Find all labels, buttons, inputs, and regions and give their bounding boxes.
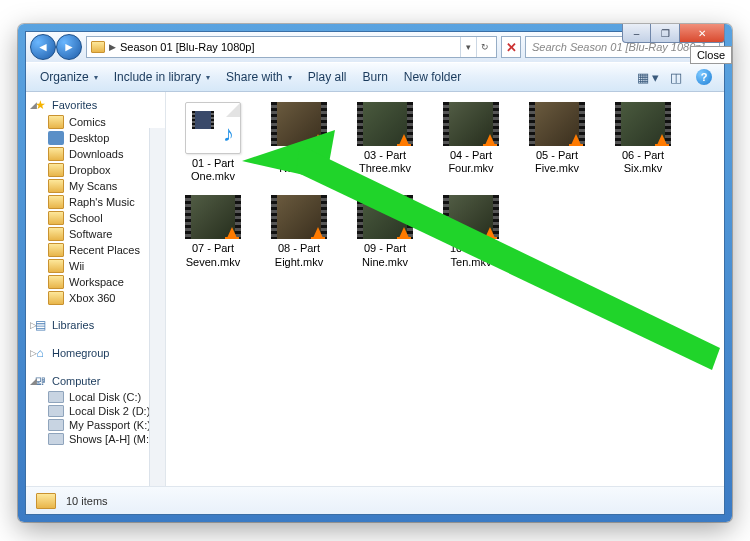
drive-icon xyxy=(48,405,64,417)
file-item[interactable]: 08 - Part Eight.mkv xyxy=(266,195,332,268)
sidebar-item-label: Workspace xyxy=(69,276,124,288)
video-thumbnail xyxy=(443,195,499,239)
chevron-right-icon: ▶ xyxy=(109,42,116,52)
sidebar-drive[interactable]: My Passport (K:) xyxy=(26,418,165,432)
sidebar-item[interactable]: My Scans xyxy=(26,178,165,194)
folder-icon xyxy=(48,195,64,209)
file-name: 05 - Part Five.mkv xyxy=(524,149,590,175)
breadcrumb-dropdown[interactable]: ▾ xyxy=(460,37,476,57)
file-item[interactable]: 03 - Part Three.mkv xyxy=(352,102,418,183)
burn-button[interactable]: Burn xyxy=(356,67,393,87)
preview-pane-button[interactable]: ◫ xyxy=(664,66,688,88)
file-item[interactable]: 09 - Part Nine.mkv xyxy=(352,195,418,268)
new-folder-button[interactable]: New folder xyxy=(398,67,467,87)
video-thumbnail xyxy=(529,102,585,146)
computer-header[interactable]: ◢ 🖳 Computer xyxy=(26,372,165,390)
sidebar-item-label: Wii xyxy=(69,260,84,272)
window-controls: – ❐ ✕ xyxy=(622,24,725,43)
sidebar-item[interactable]: Raph's Music xyxy=(26,194,165,210)
sidebar-item-label: Downloads xyxy=(69,148,123,160)
folder-icon xyxy=(36,493,56,509)
video-thumbnail xyxy=(357,195,413,239)
file-name: 07 - Part Seven.mkv xyxy=(180,242,246,268)
refresh-button[interactable]: ↻ xyxy=(476,37,492,57)
video-thumbnail xyxy=(271,195,327,239)
favorites-label: Favorites xyxy=(52,99,97,111)
sidebar-item[interactable]: Desktop xyxy=(26,130,165,146)
sidebar-item-label: Comics xyxy=(69,116,106,128)
minimize-button[interactable]: – xyxy=(622,24,651,43)
disclosure-icon: ◢ xyxy=(30,376,37,386)
folder-icon xyxy=(48,227,64,241)
sidebar-item-label: Desktop xyxy=(69,132,109,144)
folder-icon xyxy=(48,259,64,273)
sidebar-item[interactable]: Xbox 360 xyxy=(26,290,165,306)
sidebar-item[interactable]: Wii xyxy=(26,258,165,274)
homegroup-label: Homegroup xyxy=(52,347,109,359)
folder-icon xyxy=(48,179,64,193)
folder-icon xyxy=(48,163,64,177)
sidebar-item-label: School xyxy=(69,212,103,224)
sidebar-item[interactable]: Recent Places xyxy=(26,242,165,258)
sidebar-item-label: Local Disk 2 (D:) xyxy=(69,405,150,417)
maximize-button[interactable]: ❐ xyxy=(651,24,680,43)
music-note-icon: ♪ xyxy=(223,121,234,147)
back-button[interactable]: ◄ xyxy=(30,34,56,60)
disclosure-icon: ◢ xyxy=(30,100,37,110)
sidebar-item[interactable]: School xyxy=(26,210,165,226)
sidebar-drive[interactable]: Local Disk 2 (D:) xyxy=(26,404,165,418)
sidebar-item-label: Recent Places xyxy=(69,244,140,256)
sidebar-item-label: Local Disk (C:) xyxy=(69,391,141,403)
disclosure-icon: ▷ xyxy=(30,348,37,358)
favorites-header[interactable]: ◢ ★ Favorites xyxy=(26,96,165,114)
drive-icon xyxy=(48,433,64,445)
sidebar-item-label: Software xyxy=(69,228,112,240)
video-thumbnail xyxy=(615,102,671,146)
file-item[interactable]: 10 - Part Ten.mkv xyxy=(438,195,504,268)
share-with-menu[interactable]: Share with xyxy=(220,67,298,87)
sidebar-drive[interactable]: Shows [A-H] (M:) xyxy=(26,432,165,446)
file-item[interactable]: 02 - Part Two.mkv xyxy=(266,102,332,183)
libraries-label: Libraries xyxy=(52,319,94,331)
folder-icon xyxy=(48,291,64,305)
help-icon: ? xyxy=(696,69,712,85)
file-item[interactable]: ♪ 01 - Part One.mkv xyxy=(180,102,246,183)
folder-icon xyxy=(48,275,64,289)
file-list[interactable]: ♪ 01 - Part One.mkv 02 - Part Two.mkv 03… xyxy=(166,92,724,486)
sidebar-item-label: Shows [A-H] (M:) xyxy=(69,433,153,445)
command-bar: Organize Include in library Share with P… xyxy=(26,62,724,92)
scrollbar[interactable] xyxy=(149,128,165,486)
sidebar-item-label: My Passport (K:) xyxy=(69,419,151,431)
include-library-menu[interactable]: Include in library xyxy=(108,67,216,87)
breadcrumb-folder[interactable]: Season 01 [Blu-Ray 1080p] xyxy=(120,41,255,53)
breadcrumb[interactable]: ▶ Season 01 [Blu-Ray 1080p] ▾ ↻ xyxy=(86,36,497,58)
homegroup-header[interactable]: ▷ ⌂ Homegroup xyxy=(26,344,165,362)
generic-video-icon: ♪ xyxy=(185,102,241,154)
sidebar-item[interactable]: Dropbox xyxy=(26,162,165,178)
libraries-header[interactable]: ▷ ▤ Libraries xyxy=(26,316,165,334)
file-name: 02 - Part Two.mkv xyxy=(266,149,332,175)
help-button[interactable]: ? xyxy=(692,66,716,88)
drive-icon xyxy=(48,391,64,403)
view-options-button[interactable]: ▦ ▾ xyxy=(636,66,660,88)
close-tooltip: Close xyxy=(690,46,732,64)
video-thumbnail xyxy=(357,102,413,146)
sidebar-item[interactable]: Workspace xyxy=(26,274,165,290)
file-name: 09 - Part Nine.mkv xyxy=(352,242,418,268)
stop-button[interactable]: ✕ xyxy=(501,36,521,58)
close-button[interactable]: ✕ xyxy=(680,24,725,43)
sidebar-item-label: Xbox 360 xyxy=(69,292,115,304)
organize-menu[interactable]: Organize xyxy=(34,67,104,87)
file-item[interactable]: 05 - Part Five.mkv xyxy=(524,102,590,183)
play-all-button[interactable]: Play all xyxy=(302,67,353,87)
sidebar-drive[interactable]: Local Disk (C:) xyxy=(26,390,165,404)
sidebar-item[interactable]: Comics xyxy=(26,114,165,130)
forward-button[interactable]: ► xyxy=(56,34,82,60)
file-item[interactable]: 07 - Part Seven.mkv xyxy=(180,195,246,268)
file-item[interactable]: 06 - Part Six.mkv xyxy=(610,102,676,183)
sidebar-item[interactable]: Downloads xyxy=(26,146,165,162)
navigation-pane: ◢ ★ Favorites ComicsDesktopDownloadsDrop… xyxy=(26,92,166,486)
folder-icon xyxy=(48,243,64,257)
sidebar-item[interactable]: Software xyxy=(26,226,165,242)
file-item[interactable]: 04 - Part Four.mkv xyxy=(438,102,504,183)
